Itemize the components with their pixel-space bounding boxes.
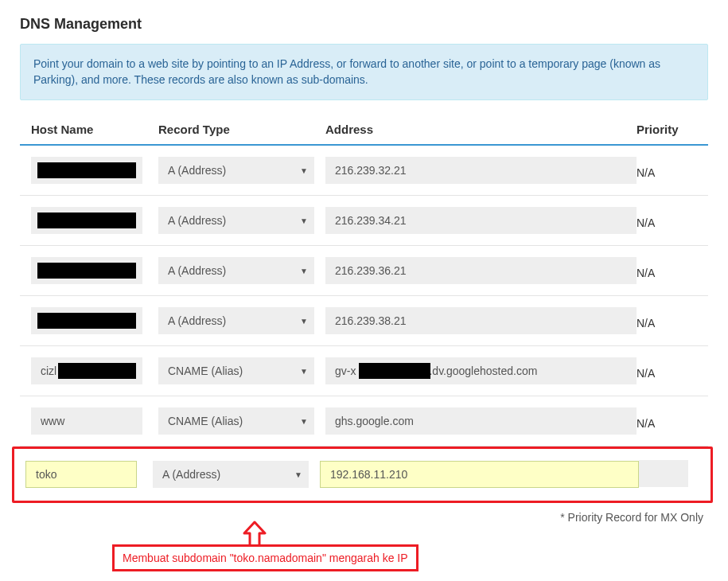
priority-value: N/A [637, 312, 708, 329]
host-input[interactable] [31, 407, 142, 435]
table-row: ▼ N/A [20, 296, 708, 346]
address-input[interactable] [325, 307, 637, 334]
address-input[interactable]: gv-x.dv.googlehosted.com [325, 357, 637, 384]
dns-table: Host Name Record Type Address Priority ▼… [20, 118, 708, 503]
priority-value: N/A [637, 162, 708, 179]
priority-value: N/A [637, 362, 708, 380]
address-right: .dv.googlehosted.com [429, 365, 537, 377]
col-header-type: Record Type [158, 123, 325, 136]
priority-value: N/A [637, 262, 708, 279]
redaction-block [359, 363, 430, 379]
annotation-label: Membuat subdomain "toko.namadomain" meng… [112, 544, 419, 571]
record-type-value[interactable] [158, 357, 314, 384]
redaction-block [37, 313, 136, 329]
priority-value: N/A [637, 412, 708, 430]
redaction-block [58, 363, 136, 379]
table-row: ▼ N/A [20, 146, 708, 196]
record-type-value[interactable] [158, 307, 314, 334]
table-header-row: Host Name Record Type Address Priority [20, 118, 708, 146]
col-header-priority: Priority [637, 123, 708, 136]
record-type-value[interactable] [153, 461, 309, 488]
address-input[interactable] [320, 461, 639, 488]
record-type-select[interactable]: ▼ [158, 207, 314, 234]
annotation-overlay: Membuat subdomain "toko.namadomain" meng… [20, 521, 708, 579]
record-type-value[interactable] [158, 257, 314, 284]
record-type-value[interactable] [158, 407, 314, 435]
page-title: DNS Management [20, 16, 708, 33]
col-header-host: Host Name [31, 123, 158, 136]
table-row: ▼ gv-x.dv.googlehosted.com N/A [20, 346, 708, 396]
record-type-value[interactable] [158, 207, 314, 234]
priority-value: N/A [637, 212, 708, 229]
record-type-select[interactable]: ▼ [158, 407, 314, 435]
record-type-select[interactable]: ▼ [153, 461, 309, 488]
record-type-select[interactable]: ▼ [158, 257, 314, 284]
record-type-select[interactable]: ▼ [158, 157, 314, 184]
table-row: ▼ N/A [20, 196, 708, 246]
table-row: ▼ N/A [20, 396, 708, 446]
record-type-select[interactable]: ▼ [158, 307, 314, 334]
annotation-arrow-icon [239, 521, 270, 548]
record-type-value[interactable] [158, 157, 314, 184]
info-panel: Point your domain to a web site by point… [20, 44, 708, 100]
address-input[interactable] [325, 157, 637, 184]
table-row: ▼ N/A [20, 246, 708, 296]
col-header-address: Address [325, 123, 637, 136]
priority-input[interactable] [639, 460, 688, 487]
address-input[interactable] [325, 207, 637, 234]
address-left: gv-x [335, 365, 356, 377]
redaction-block [37, 162, 136, 178]
redaction-block [37, 263, 136, 279]
record-type-select[interactable]: ▼ [158, 357, 314, 384]
address-input[interactable] [325, 407, 637, 435]
address-input[interactable] [325, 257, 637, 284]
host-input[interactable] [25, 461, 137, 488]
table-row-active: ▼ [12, 446, 713, 503]
redaction-block [37, 213, 136, 228]
